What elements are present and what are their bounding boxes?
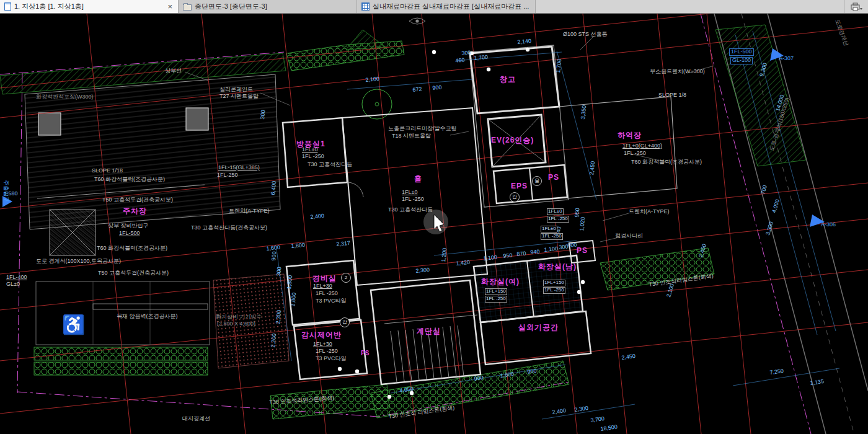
canvas-label: 도로 경계석(100X100,토목공사분) xyxy=(36,259,121,265)
canvas-label: 300 xyxy=(260,110,267,120)
canvas-label: 점검사다리 xyxy=(615,233,643,239)
canvas-label: A-307 xyxy=(779,56,794,62)
canvas-label: PS xyxy=(548,174,559,182)
canvas-label: 대지경계선 xyxy=(182,416,210,422)
canvas-label: 900 xyxy=(527,368,537,376)
canvas-label: EPS xyxy=(511,182,528,190)
canvas-label: PS xyxy=(577,247,588,255)
canvas-label: T50 고흥석두겁(건축공사분) xyxy=(102,197,173,203)
canvas-label: T60 화강석블럭(조경공사분) xyxy=(94,177,165,183)
canvas-label: 1FL+150 xyxy=(543,280,565,286)
canvas-label: 1FL -250 xyxy=(624,151,646,157)
canvas-label: 1FL -250 xyxy=(402,197,424,203)
tab-section[interactable]: 종단면도-3 [종단면도-3] xyxy=(179,0,357,13)
canvas-label: 실외기공간 xyxy=(518,324,559,332)
tab-floor-plan[interactable]: 1. 지상1층 [1. 지상1층] × xyxy=(0,0,179,13)
canvas-label: 화장실(남) xyxy=(538,263,577,271)
canvas-label: 1FL-400 xyxy=(6,275,27,281)
tab-bar: 1. 지상1층 [1. 지상1층] × 종단면도-3 [종단면도-3] 실내재료… xyxy=(0,0,868,14)
canvas-label: 1FL±0 xyxy=(302,147,317,153)
canvas-label: 672 xyxy=(412,86,422,93)
canvas-label: T60 화강석블럭(조경공사분) xyxy=(97,246,167,252)
canvas-label: T18 시멘트몰탈 xyxy=(392,133,431,140)
canvas-label: (2,800 X 4,600) xyxy=(217,321,255,327)
canvas-label: 주차장 xyxy=(123,207,147,215)
tab-label: 1. 지상1층 [1. 지상1층] xyxy=(14,2,163,11)
printer-icon xyxy=(849,2,863,12)
canvas-label: 900 xyxy=(271,251,278,261)
canvas-label: 상부 장비반입구 xyxy=(108,223,149,229)
canvas-label: PS xyxy=(361,350,369,356)
canvas-label: 300 xyxy=(461,50,471,56)
tab-label: 실내재료마감표 실내재료마감표 [실내재료마감표 ... xyxy=(373,2,531,11)
canvas-label: 1FL -250 xyxy=(316,348,338,355)
publish-button[interactable] xyxy=(844,0,868,13)
canvas-label: 1FL -250 xyxy=(485,296,507,303)
canvas-label: 1FL+30 xyxy=(313,342,332,348)
canvas-label: 1FL+30 xyxy=(313,283,332,290)
canvas-label: T30 고흥석잔다듬 xyxy=(308,162,352,168)
folder-icon xyxy=(183,4,192,11)
canvas-label: T50 고흥석두겁(건축공사분) xyxy=(98,270,169,277)
canvas-label: 화장실(여) xyxy=(481,278,520,286)
canvas-label: 460 xyxy=(455,57,465,64)
canvas-label: 화강석판석포장(W300) xyxy=(36,94,94,100)
canvas-label: 1FL+150 xyxy=(485,288,507,295)
canvas-label: 창고 xyxy=(500,76,516,84)
canvas-label: 1FL-500 xyxy=(119,231,140,237)
canvas-label: T27 시멘트몰탈 xyxy=(219,94,259,100)
canvas-label: T60 화강석블럭(조경공사분) xyxy=(631,159,702,166)
mouse-cursor xyxy=(423,210,448,234)
tab-finish-schedule[interactable]: 실내재료마감표 실내재료마감표 [실내재료마감표 ... xyxy=(357,0,536,13)
canvas-label: 1FL+0(GL+400) xyxy=(622,143,662,149)
canvas-label: 갑 xyxy=(340,317,350,327)
canvas-label: T3 PVC타일 xyxy=(316,356,347,362)
handicap-symbol: ♿ xyxy=(62,314,86,336)
canvas-label: 870 xyxy=(516,250,526,257)
canvas-label: 1FL -250 xyxy=(541,233,563,240)
canvas-label: T30 고흥석잔다듬(건축공사분) xyxy=(191,225,267,231)
canvas-label: 2 xyxy=(341,273,351,283)
canvas-label: 1FL-15(GL+385) xyxy=(218,165,260,171)
canvas-label: 1FL -250 xyxy=(302,154,324,160)
canvas-label: Ø100 STS 선홈통 xyxy=(563,32,608,38)
canvas-label: 갑 xyxy=(510,192,520,202)
canvas-label: 하역장 xyxy=(618,131,642,140)
cad-application-window: 1. 지상1층 [1. 지상1층] × 종단면도-3 [종단면도-3] 실내재료… xyxy=(0,0,868,434)
close-icon[interactable]: × xyxy=(166,2,174,11)
canvas-label: SLOPE 1/18 xyxy=(92,168,123,174)
canvas-label: 계단실 xyxy=(417,327,441,335)
tab-label: 종단면도-3 [종단면도-3] xyxy=(195,2,352,11)
canvas-label: 1FL-500 xyxy=(729,48,754,56)
canvas-label: T30 고흥석잔다듬 xyxy=(388,207,433,213)
canvas-label: 950 xyxy=(503,252,513,259)
canvas-label: 1FL -250 xyxy=(547,216,569,223)
canvas-label: 1FL±0 xyxy=(402,190,417,196)
canvas-label: 1FL-250 xyxy=(217,172,238,179)
canvas-label: A-306 xyxy=(821,222,836,228)
canvas-label: 1FL -250 xyxy=(316,291,338,297)
canvas-label: 경비실 xyxy=(312,275,337,283)
canvas-label: 무소음트렌치(W=300) xyxy=(650,69,705,75)
canvas-label: 900 xyxy=(474,375,484,383)
canvas-label: SLOPE 1/8 xyxy=(658,92,686,99)
canvas-label: 900 xyxy=(432,84,442,91)
canvas-label: 900 xyxy=(567,242,577,249)
canvas-label: 1FL±0 xyxy=(541,226,557,232)
canvas-label: 300 xyxy=(276,267,283,277)
canvas-label: EV(26인승) xyxy=(491,136,534,144)
canvas-label: 홀 xyxy=(414,175,422,183)
canvas-label: 목재 앉음벽(조경공사분) xyxy=(117,314,178,320)
canvas-label: T3 PVC타일 xyxy=(316,298,347,304)
canvas-label: 1FL±0 xyxy=(547,208,564,215)
canvas-label: GL-100 xyxy=(730,57,753,64)
canvas-label: 실리콘페인트 xyxy=(219,87,253,93)
plan-canvas[interactable]: ♿ xyxy=(0,14,868,434)
canvas-label: 을 xyxy=(532,176,542,186)
canvas-label: 상부선 xyxy=(165,68,182,74)
canvas-label: 감시제어반 xyxy=(301,331,342,339)
table-icon xyxy=(361,2,370,11)
tab-bar-spacer xyxy=(536,0,844,13)
canvas-label: 940 xyxy=(530,249,540,255)
canvas-label: GL±0 xyxy=(6,281,20,288)
